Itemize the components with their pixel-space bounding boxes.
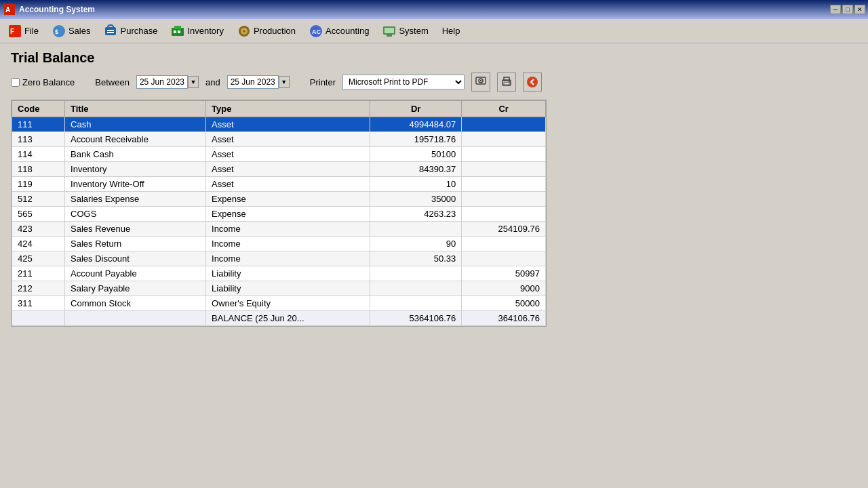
svg-point-23: [480, 80, 481, 81]
print-button[interactable]: [497, 73, 516, 92]
menu-item-accounting[interactable]: AC Accounting: [302, 19, 376, 43]
cell-type: Income: [206, 237, 370, 251]
cell-type: Income: [206, 222, 370, 237]
table-container: Code Title Type Dr Cr 111CashAsset499448…: [11, 100, 547, 327]
table-row[interactable]: 113Account ReceivableAsset195718.76: [12, 132, 546, 147]
cell-cr: 9000: [462, 281, 546, 296]
file-icon: F: [8, 24, 22, 38]
menu-item-help[interactable]: Help: [435, 19, 467, 43]
cell-cr: [462, 117, 546, 132]
svg-rect-27: [509, 81, 510, 83]
cell-cr: 50997: [462, 266, 546, 281]
date-from-value: 25 Jun 2023: [140, 77, 184, 87]
table-row[interactable]: 423Sales RevenueIncome254109.76: [12, 222, 546, 237]
cell-type: Asset: [206, 177, 370, 192]
menu-bar: F File $ Sales Purchase: [0, 19, 868, 43]
menu-item-production[interactable]: Production: [231, 19, 302, 43]
col-header-cr: Cr: [462, 101, 546, 117]
cell-dr: 35000: [370, 192, 462, 207]
minimize-button[interactable]: ─: [830, 5, 841, 14]
cell-title: Inventory Write-Off: [65, 177, 206, 192]
printer-select[interactable]: Microsoft Print to PDF Adobe PDF XPS Doc…: [342, 75, 465, 89]
cell-dr: [370, 296, 462, 311]
svg-rect-11: [174, 30, 176, 33]
cell-dr: 50100: [370, 147, 462, 162]
date-from-field[interactable]: 25 Jun 2023: [136, 75, 188, 89]
menu-label-help: Help: [442, 26, 460, 36]
cell-type: Asset: [206, 117, 370, 132]
maximize-button[interactable]: □: [842, 5, 853, 14]
date-to-dropdown[interactable]: ▼: [279, 76, 290, 88]
cell-title: COGS: [65, 207, 206, 222]
date-from-dropdown[interactable]: ▼: [188, 76, 199, 88]
cell-dr: 10: [370, 177, 462, 192]
cell-code: 424: [12, 237, 65, 251]
title-bar-title: Accounting System: [19, 5, 95, 14]
cell-title: Common Stock: [65, 296, 206, 311]
cell-cr: [462, 237, 546, 251]
cell-code: 119: [12, 177, 65, 192]
svg-text:F: F: [10, 28, 14, 35]
cell-title: Salary Payable: [65, 281, 206, 296]
toolbar: Zero Balance Between 25 Jun 2023 ▼ and 2…: [11, 73, 857, 92]
table-row[interactable]: 118InventoryAsset84390.37: [12, 162, 546, 177]
cell-dr: [370, 222, 462, 237]
zero-balance-label[interactable]: Zero Balance: [22, 77, 75, 87]
zero-balance-container: Zero Balance: [11, 77, 75, 87]
svg-rect-20: [384, 28, 394, 33]
table-row[interactable]: 114Bank CashAsset50100: [12, 147, 546, 162]
table-row[interactable]: 424Sales ReturnIncome90: [12, 237, 546, 251]
close-button[interactable]: ✕: [854, 5, 865, 14]
table-row[interactable]: 111CashAsset4994484.07: [12, 117, 546, 132]
cell-code: 114: [12, 147, 65, 162]
svg-rect-25: [504, 77, 509, 81]
cell-cr: 254109.76: [462, 222, 546, 237]
table-header-row: Code Title Type Dr Cr: [12, 101, 546, 117]
cell-type: Asset: [206, 132, 370, 147]
menu-item-file[interactable]: F File: [1, 19, 45, 43]
cell-type: Income: [206, 251, 370, 266]
preview-button[interactable]: [471, 73, 490, 92]
menu-item-purchase[interactable]: Purchase: [97, 19, 164, 43]
cell-dr: 90: [370, 237, 462, 251]
cell-title: Account Receivable: [65, 132, 206, 147]
zero-balance-checkbox[interactable]: [11, 78, 20, 87]
title-bar: A Accounting System ─ □ ✕: [0, 0, 868, 19]
svg-rect-7: [107, 30, 114, 31]
menu-item-sales[interactable]: $ Sales: [45, 19, 98, 43]
table-row[interactable]: 119Inventory Write-OffAsset10: [12, 177, 546, 192]
menu-item-system[interactable]: System: [376, 19, 435, 43]
page-title: Trial Balance: [11, 50, 857, 66]
table-row[interactable]: 512Salaries ExpenseExpense35000: [12, 192, 546, 207]
cell-code: 118: [12, 162, 65, 177]
cell-cr: 50000: [462, 296, 546, 311]
production-icon: [237, 24, 251, 38]
back-button[interactable]: [523, 73, 542, 92]
cell-title: Salaries Expense: [65, 192, 206, 207]
table-row[interactable]: 211Account PayableLiability50997: [12, 266, 546, 281]
balance-cell-dr: 5364106.76: [370, 311, 462, 326]
table-row[interactable]: 212Salary PayableLiability9000: [12, 281, 546, 296]
cell-dr: [370, 266, 462, 281]
col-header-dr: Dr: [370, 101, 462, 117]
table-row[interactable]: 311Common StockOwner's Equity50000: [12, 296, 546, 311]
svg-text:A: A: [5, 6, 10, 14]
date-to-field[interactable]: 25 Jun 2023: [227, 75, 279, 89]
trial-balance-table: Code Title Type Dr Cr 111CashAsset499448…: [12, 100, 546, 326]
app-icon: A: [3, 3, 16, 16]
cell-cr: [462, 147, 546, 162]
svg-text:AC: AC: [312, 28, 321, 35]
cell-code: 425: [12, 251, 65, 266]
table-row[interactable]: 425Sales DiscountIncome50.33: [12, 251, 546, 266]
menu-label-accounting: Accounting: [326, 26, 369, 36]
menu-item-inventory[interactable]: Inventory: [164, 19, 230, 43]
menu-label-inventory: Inventory: [187, 26, 223, 36]
table-row[interactable]: 565COGSExpense4263.23: [12, 207, 546, 222]
menu-label-sales: Sales: [68, 26, 91, 36]
date-to-value: 25 Jun 2023: [231, 77, 275, 87]
cell-code: 212: [12, 281, 65, 296]
balance-cell-title: [65, 311, 206, 326]
inventory-icon: [171, 24, 184, 38]
balance-cell-cr: 364106.76: [462, 311, 546, 326]
cell-title: Sales Return: [65, 237, 206, 251]
